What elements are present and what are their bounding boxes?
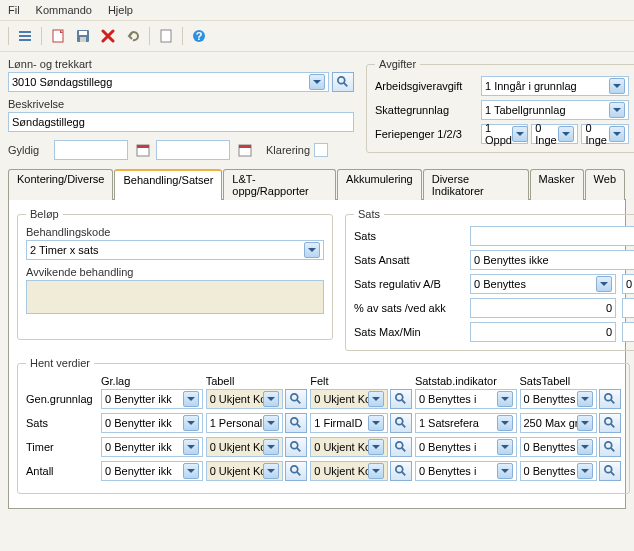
tabell-combo[interactable]: 0 Ukjent Kode bbox=[206, 389, 284, 409]
svg-point-38 bbox=[605, 466, 612, 473]
pct-a-input[interactable] bbox=[470, 298, 616, 318]
hent-legend: Hent verdier bbox=[26, 357, 94, 369]
help-icon[interactable]: ? bbox=[188, 25, 210, 47]
tabell-combo[interactable]: 0 Ukjent Kode bbox=[206, 437, 284, 457]
felt-search[interactable] bbox=[390, 437, 412, 457]
satstabell-search[interactable] bbox=[599, 413, 621, 433]
satstabell-combo[interactable]: 0 Benyttes bbox=[520, 461, 598, 481]
lonn-search[interactable] bbox=[332, 72, 354, 92]
tab-bar: Kontering/Diverse Behandling/Satser L&T-… bbox=[8, 168, 626, 199]
maxmin-a-input[interactable] bbox=[470, 322, 616, 342]
chevron-down-icon bbox=[368, 391, 384, 407]
grlag-combo[interactable]: 0 Benytter ikk bbox=[101, 461, 203, 481]
satstab-combo[interactable]: 1 Satsrefera bbox=[415, 413, 517, 433]
tabell-search[interactable] bbox=[285, 461, 307, 481]
sats-legend: Sats bbox=[354, 208, 384, 220]
gyldig-to[interactable] bbox=[156, 140, 230, 160]
satsansatt-combo[interactable]: 0 Benyttes ikke bbox=[470, 250, 634, 270]
lonn-combo[interactable]: 3010 Søndagstillegg bbox=[8, 72, 329, 92]
menu-fil[interactable]: Fil bbox=[8, 4, 20, 16]
beskrivelse-input[interactable] bbox=[8, 112, 354, 132]
feriepenger2-combo[interactable]: 0 Inge bbox=[531, 124, 578, 144]
feriepenger3-combo[interactable]: 0 Inge bbox=[581, 124, 628, 144]
chevron-down-icon bbox=[577, 415, 593, 431]
tab-masker[interactable]: Masker bbox=[530, 169, 584, 200]
chevron-down-icon bbox=[497, 415, 513, 431]
felt-combo[interactable]: 0 Ukjent Kode bbox=[310, 461, 388, 481]
svg-line-29 bbox=[297, 448, 300, 451]
save-icon[interactable] bbox=[72, 25, 94, 47]
skatt-combo[interactable]: 1 Tabellgrunnlag bbox=[481, 100, 629, 120]
gyldig-from[interactable] bbox=[54, 140, 128, 160]
svg-point-28 bbox=[291, 442, 298, 449]
svg-line-25 bbox=[402, 424, 405, 427]
satstab-combo[interactable]: 0 Benyttes i bbox=[415, 437, 517, 457]
satstab-combo[interactable]: 0 Benyttes i bbox=[415, 389, 517, 409]
tab-behandling[interactable]: Behandling/Satser bbox=[114, 169, 222, 200]
satstabell-combo[interactable]: 0 Benyttes bbox=[520, 389, 598, 409]
grlag-combo[interactable]: 0 Benytter ikk bbox=[101, 437, 203, 457]
tabell-search[interactable] bbox=[285, 437, 307, 457]
klarering-label: Klarering bbox=[266, 144, 310, 156]
satstab-combo[interactable]: 0 Benyttes i bbox=[415, 461, 517, 481]
svg-point-22 bbox=[291, 418, 298, 425]
new-doc-icon[interactable] bbox=[47, 25, 69, 47]
regulativ-b-combo[interactable]: 0 Benyttes bbox=[622, 274, 634, 294]
tab-web[interactable]: Web bbox=[585, 169, 625, 200]
row-label: Gen.grunnlag bbox=[26, 393, 98, 405]
hdr-grlag: Gr.lag bbox=[101, 375, 203, 387]
calendar-icon[interactable] bbox=[134, 141, 152, 159]
tab-akkum[interactable]: Akkumulering bbox=[337, 169, 422, 200]
felt-search[interactable] bbox=[390, 389, 412, 409]
undo-icon[interactable] bbox=[122, 25, 144, 47]
list-icon[interactable] bbox=[14, 25, 36, 47]
svg-point-10 bbox=[338, 77, 345, 84]
felt-search[interactable] bbox=[390, 413, 412, 433]
satstabell-combo[interactable]: 250 Max gr bbox=[520, 413, 598, 433]
svg-point-20 bbox=[605, 394, 612, 401]
feriepenger1-combo[interactable]: 1 Oppd bbox=[481, 124, 528, 144]
delete-icon[interactable] bbox=[97, 25, 119, 47]
chevron-down-icon bbox=[263, 463, 279, 479]
maxmin-b-input[interactable] bbox=[622, 322, 634, 342]
klarering-checkbox[interactable] bbox=[314, 143, 328, 157]
chevron-down-icon bbox=[497, 391, 513, 407]
satstabell-search[interactable] bbox=[599, 389, 621, 409]
grlag-combo[interactable]: 0 Benytter ikk bbox=[101, 413, 203, 433]
tabell-combo[interactable]: 0 Ukjent Kode bbox=[206, 461, 284, 481]
svg-rect-6 bbox=[80, 37, 86, 42]
tab-diverse[interactable]: Diverse Indikatorer bbox=[423, 169, 529, 200]
felt-combo[interactable]: 0 Ukjent Kode bbox=[310, 437, 388, 457]
avgifter-legend: Avgifter bbox=[375, 58, 420, 70]
regulativ-label: Sats regulativ A/B bbox=[354, 278, 464, 290]
svg-point-26 bbox=[605, 418, 612, 425]
satstabell-combo[interactable]: 0 Benyttes bbox=[520, 437, 598, 457]
svg-line-35 bbox=[297, 472, 300, 475]
grlag-combo[interactable]: 0 Benytter ikk bbox=[101, 389, 203, 409]
sats-input[interactable] bbox=[470, 226, 634, 246]
felt-search[interactable] bbox=[390, 461, 412, 481]
arbeidsgiver-combo[interactable]: 1 Inngår i grunnlag bbox=[481, 76, 629, 96]
felt-combo[interactable]: 0 Ukjent Kode bbox=[310, 389, 388, 409]
tab-panel: Beløp Behandlingskode 2 Timer x sats Avv… bbox=[8, 199, 626, 509]
satstabell-search[interactable] bbox=[599, 437, 621, 457]
tabell-combo[interactable]: 1 Personalkartote bbox=[206, 413, 284, 433]
menu-kommando[interactable]: Kommando bbox=[36, 4, 92, 16]
blank-doc-icon[interactable] bbox=[155, 25, 177, 47]
calendar-icon[interactable] bbox=[236, 141, 254, 159]
felt-combo[interactable]: 1 FirmaID bbox=[310, 413, 388, 433]
chevron-down-icon bbox=[577, 463, 593, 479]
satstabell-search[interactable] bbox=[599, 461, 621, 481]
menu-hjelp[interactable]: Hjelp bbox=[108, 4, 133, 16]
behandlingskode-combo[interactable]: 2 Timer x sats bbox=[26, 240, 324, 260]
tab-ltoppg[interactable]: L&T-oppg/Rapporter bbox=[223, 169, 336, 200]
chevron-down-icon bbox=[558, 126, 574, 142]
tab-kontering[interactable]: Kontering/Diverse bbox=[8, 169, 113, 200]
pct-b-input[interactable] bbox=[622, 298, 634, 318]
regulativ-a-combo[interactable]: 0 Benyttes bbox=[470, 274, 616, 294]
lonn-label: Lønn- og trekkart bbox=[8, 58, 354, 70]
avvikende-input[interactable] bbox=[26, 280, 324, 314]
svg-line-31 bbox=[402, 448, 405, 451]
tabell-search[interactable] bbox=[285, 413, 307, 433]
tabell-search[interactable] bbox=[285, 389, 307, 409]
